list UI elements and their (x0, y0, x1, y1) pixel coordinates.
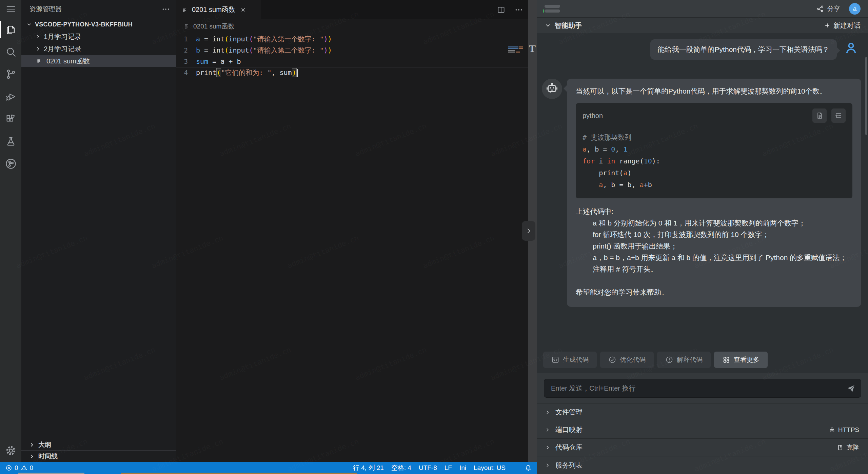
optimize-code-button[interactable]: 优化代码 (600, 352, 654, 368)
minimap[interactable] (508, 46, 525, 55)
robot-icon (545, 82, 559, 96)
breadcrumb[interactable]: 0201 sum函数 (176, 19, 537, 34)
folder-label: 2月学习记录 (44, 44, 81, 54)
chat-code-line: for i in range(10): (583, 155, 846, 167)
chat-code-line: print(a) (583, 167, 846, 179)
quick-actions-row: 生成代码 优化代码 解释代码 查看更多 (537, 347, 868, 373)
language-mode-status[interactable]: Ini (459, 464, 466, 472)
timeline-section[interactable]: 时间线 (21, 450, 176, 462)
notifications-bell-icon[interactable] (525, 464, 532, 472)
chat-code-line: # 斐波那契数列 (583, 132, 846, 143)
chat-input[interactable] (551, 384, 842, 392)
line-number: 4 (176, 67, 196, 78)
generate-code-button[interactable]: 生成代码 (543, 352, 597, 368)
settings-gear-icon[interactable] (0, 439, 21, 462)
breadcrumb-label: 0201 sum函数 (193, 22, 234, 31)
repo-clone-icon (837, 444, 844, 451)
sidebar-item-explorer[interactable] (0, 18, 21, 41)
tab-0201-sum[interactable]: 0201 sum函数 (176, 0, 261, 19)
error-count: 0 (15, 464, 18, 472)
split-editor-icon[interactable] (497, 5, 506, 14)
editor-more-ellipsis-icon[interactable] (514, 5, 523, 14)
line-number: 3 (176, 56, 196, 67)
chevron-right-icon (35, 34, 41, 40)
code-area[interactable]: 1a = int(input("请输入第一个数字: ")) 2b = int(i… (176, 34, 537, 462)
https-button[interactable]: HTTPS (829, 426, 859, 434)
line-number: 1 (176, 34, 196, 45)
code-language-label: python (583, 110, 603, 121)
text-cursor (297, 69, 298, 77)
eol-status[interactable]: LF (445, 464, 452, 472)
sidebar-more-ellipsis-icon[interactable] (161, 5, 170, 14)
menu-icon[interactable] (0, 0, 21, 18)
sidebar-item-extensions[interactable] (0, 108, 21, 130)
explanation-item: 注释用 # 符号开头。 (576, 263, 852, 275)
share-nodes-icon (816, 5, 824, 13)
ide-column: 资源管理器 VSCODE-PYTHON-V3-BKFFBIUH 1月学习记录 (0, 0, 537, 474)
section-port-mapping[interactable]: 端口映射 HTTPS (537, 421, 868, 439)
chevron-down-icon[interactable] (545, 22, 551, 29)
send-plane-icon (846, 383, 856, 394)
explorer-files-icon (5, 24, 17, 35)
close-icon[interactable] (240, 7, 246, 13)
user-message-text: 能给我一段简单的Python代码，学习一下相关语法吗？ (658, 45, 829, 53)
sidebar-item-source-control[interactable] (0, 63, 21, 85)
send-button[interactable] (846, 383, 856, 394)
insert-code-button[interactable] (831, 108, 846, 123)
share-label: 分享 (827, 4, 840, 13)
search-icon (5, 46, 17, 58)
encoding-status[interactable]: UTF-8 (419, 464, 437, 472)
tree-folder-january[interactable]: 1月学习记录 (21, 31, 176, 43)
clone-button[interactable]: 克隆 (837, 443, 859, 452)
assistant-header: 智能助手 新建对话 (537, 18, 868, 33)
tree-root-folder[interactable]: VSCODE-PYTHON-V3-BKFFBIUH (21, 18, 176, 31)
keyboard-layout-status[interactable]: Layout: US (474, 464, 506, 472)
cursor-position-status[interactable]: 行 4, 列 21 (353, 463, 384, 472)
section-service-list[interactable]: 服务列表 (537, 456, 868, 474)
sidebar-item-testing[interactable] (0, 130, 21, 153)
lock-icon (829, 427, 835, 433)
root-folder-label: VSCODE-PYTHON-V3-BKFFBIUH (35, 21, 133, 28)
assistant-title: 智能助手 (555, 21, 582, 30)
activity-bar (0, 0, 21, 462)
assistant-message-row: 当然可以，以下是一个简单的Python代码，用于求解斐波那契数列的前10个数。 … (542, 79, 861, 307)
assistant-avatar (542, 79, 562, 99)
sidebar-item-search[interactable] (0, 41, 21, 63)
source-control-icon (5, 68, 17, 80)
sidebar-item-remote[interactable] (0, 153, 21, 175)
new-chat-button[interactable]: 新建对话 (824, 21, 861, 30)
editor-group: 0201 sum函数 0201 sum函数 1a = int(input("请输… (176, 0, 537, 462)
code-line-3: 3sum = a + b (176, 56, 537, 67)
code-line-4-current: 4print("它们的和为: ", sum) (176, 67, 537, 78)
chat-code-block: python # 斐波那契数列 a, b = 0, 1 for i in ran… (576, 103, 852, 198)
explanation-title: 上述代码中: (576, 206, 852, 217)
chevron-right-icon (545, 462, 551, 468)
explanation-item: for 循环迭代 10 次，打印斐波那契数列的前 10 个数字； (576, 229, 852, 240)
editor-tabbar: 0201 sum函数 (176, 0, 537, 19)
outline-section[interactable]: 大纲 (21, 439, 176, 450)
chat-code-line: a, b = 0, 1 (583, 143, 846, 155)
panel-menu-icon[interactable] (545, 5, 560, 13)
user-person-icon (843, 40, 859, 56)
sidebar-item-run-debug[interactable] (0, 85, 21, 108)
share-button[interactable]: 分享 (816, 4, 840, 13)
view-more-button[interactable]: 查看更多 (714, 352, 768, 368)
user-message-bubble: 能给我一段简单的Python代码，学习一下相关语法吗？ (650, 39, 837, 60)
problems-status[interactable]: 0 0 (5, 464, 33, 472)
assistant-explanation: 上述代码中: a 和 b 分别初始化为 0 和 1，用来计算斐波那契数列的前两个… (576, 206, 852, 275)
explain-code-button[interactable]: 解释代码 (657, 352, 711, 368)
section-file-management[interactable]: 文件管理 (537, 403, 868, 421)
section-code-repository[interactable]: 代码仓库 克隆 (537, 439, 868, 456)
tree-folder-february[interactable]: 2月学习记录 (21, 43, 176, 55)
indent-status[interactable]: 空格: 4 (391, 463, 411, 472)
chat-scrollbar[interactable] (865, 57, 867, 135)
tab-label: 0201 sum函数 (192, 5, 235, 14)
copy-code-button[interactable] (812, 108, 827, 123)
chat-code-line: a, b = b, a+b (583, 179, 846, 191)
avatar[interactable]: a (849, 3, 861, 15)
new-chat-label: 新建对话 (833, 21, 861, 30)
tree-file-0201-sum[interactable]: 0201 sum函数 (21, 55, 176, 67)
insert-code-icon (834, 112, 843, 120)
remote-branch-icon (5, 158, 17, 170)
panel-expand-button[interactable] (522, 221, 535, 241)
